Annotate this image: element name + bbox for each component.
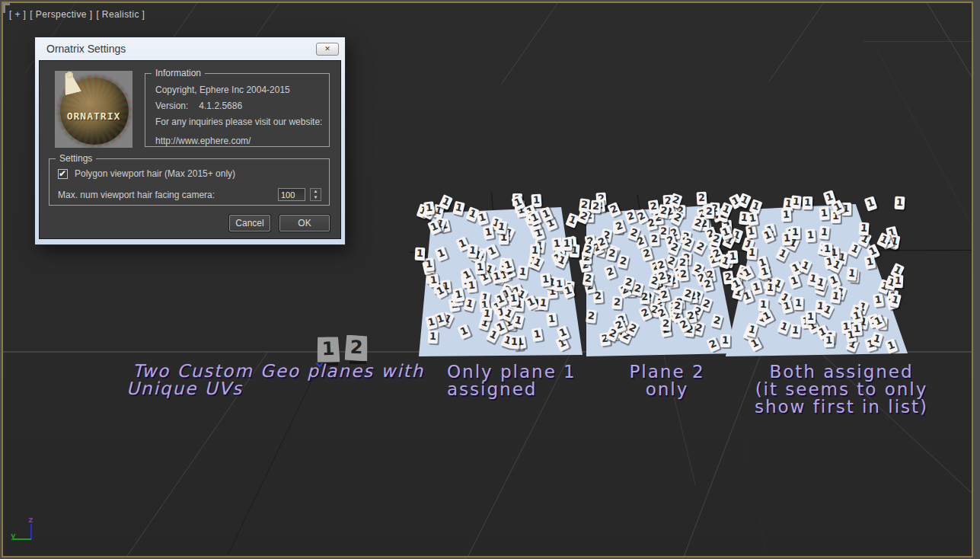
close-icon[interactable]: ✕ <box>316 43 339 56</box>
spin-down-icon[interactable]: ▼ <box>311 195 321 201</box>
copyright-text: Copyright, Ephere Inc 2004-2015 <box>155 85 290 95</box>
hair-strand: 1 <box>806 229 816 243</box>
hair-plane-3[interactable]: 1111111111111111111111111111111111111111… <box>722 201 908 356</box>
hair-strand: 1 <box>562 238 572 251</box>
viewport-shading-menu[interactable]: [ Realistic ] <box>96 9 145 20</box>
viewport-pov-menu[interactable]: [ Perspective ] <box>30 9 92 20</box>
hair-strand: 1 <box>474 260 485 274</box>
hair-strand: 1 <box>415 248 426 261</box>
settings-group: Settings Polygon viewport hair (Max 2015… <box>49 158 330 206</box>
hair-strand: 1 <box>790 324 801 337</box>
label-only-plane-1: Only plane 1 assigned <box>447 363 576 398</box>
hair-strand: 1 <box>719 202 733 218</box>
custom-geo-plane-1[interactable]: 1 <box>316 336 340 363</box>
hair-strand: 1 <box>538 296 549 310</box>
label-two-custom-geo: Two Custom Geo planes with Unique UVs <box>132 363 424 398</box>
hair-strand: 1 <box>859 222 870 236</box>
inquiries-text: For any inquiries please visit our websi… <box>155 117 322 127</box>
hair-strand: 1 <box>517 265 528 280</box>
z-axis-label: z <box>28 515 34 525</box>
hair-strand: 1 <box>793 297 803 310</box>
max-hair-label: Max. num viewport hair facing camera: <box>58 190 278 200</box>
hair-strand: 2 <box>678 268 689 282</box>
hair-strand: 1 <box>468 244 479 257</box>
hair-strand: 1 <box>452 288 464 302</box>
hair-strand: 2 <box>661 318 671 331</box>
hair-strand: 1 <box>823 334 834 348</box>
hair-strand: 2 <box>649 232 659 246</box>
hair-plane-1[interactable]: 1111111111111111111111111111111111111111… <box>419 207 583 356</box>
cancel-button[interactable]: Cancel <box>229 215 270 232</box>
tag-ring-graphic <box>66 72 73 78</box>
hair-strand: 1 <box>483 225 495 240</box>
polygon-viewport-hair-label: Polygon viewport hair (Max 2015+ only) <box>75 168 235 179</box>
label-plane-2-only: Plane 2 only <box>629 363 705 398</box>
hair-strand: 1 <box>790 226 800 239</box>
y-axis-label: y <box>11 531 16 541</box>
hair-plane-2[interactable]: 2222222222222222222222222222222222222222… <box>583 206 736 356</box>
hair-strand: 1 <box>509 336 520 350</box>
hair-strand: 2 <box>611 295 622 309</box>
hair-strand: 1 <box>481 308 493 321</box>
hair-strand: 2 <box>590 200 601 214</box>
hair-strand: 1 <box>466 279 477 292</box>
hair-strand: 1 <box>428 331 439 344</box>
hair-strand: 1 <box>765 281 777 295</box>
hair-strand: 2 <box>582 272 593 286</box>
hair-strand: 1 <box>746 246 757 260</box>
information-group-label: Information <box>152 68 205 78</box>
ornatrix-settings-dialog: Ornatrix Settings ✕ ORNATRIX Information… <box>35 37 345 244</box>
ornatrix-logo: ORNATRIX <box>55 71 132 148</box>
hair-strand: 1 <box>822 242 832 255</box>
z-axis-line <box>30 524 32 539</box>
hair-strand: 1 <box>423 202 435 216</box>
label-both-assigned: Both assigned (it seems to only show fir… <box>753 363 930 416</box>
hair-strand: 1 <box>893 274 904 288</box>
ok-button[interactable]: OK <box>279 215 330 232</box>
version-row: Version: 4.1.2.5686 <box>155 101 242 111</box>
hair-strand: 1 <box>873 293 884 308</box>
hair-strand: 1 <box>895 196 905 209</box>
hair-strand: 1 <box>745 225 757 239</box>
dialog-title: Ornatrix Settings <box>46 43 316 55</box>
hair-strand: 1 <box>819 206 830 220</box>
hair-strand: 1 <box>727 250 738 264</box>
hair-strand: 1 <box>819 226 830 240</box>
hair-strand: 1 <box>781 209 792 222</box>
version-label: Version: <box>155 101 188 111</box>
hair-strand: 2 <box>586 309 597 323</box>
max-hair-spinner[interactable]: ▲ ▼ <box>310 188 321 201</box>
hair-strand: 1 <box>508 292 519 305</box>
hair-strand: 1 <box>747 212 758 226</box>
hair-strand: 2 <box>697 192 707 206</box>
custom-geo-plane-2[interactable]: 2 <box>344 334 368 361</box>
perspective-viewport[interactable]: [ + ] [ Perspective ] [ Realistic ] 1111… <box>2 2 973 557</box>
hair-strand: 1 <box>846 267 857 280</box>
viewport-label: [ + ] [ Perspective ] [ Realistic ] <box>9 9 145 20</box>
hair-strand: 1 <box>720 334 730 347</box>
polygon-viewport-hair-checkbox[interactable] <box>58 169 68 179</box>
hair-strand: 1 <box>546 313 557 327</box>
hair-strand: 1 <box>423 257 435 271</box>
dialog-titlebar[interactable]: Ornatrix Settings ✕ <box>35 37 345 60</box>
spin-up-icon[interactable]: ▲ <box>311 189 321 195</box>
hair-strand: 1 <box>790 196 802 209</box>
hair-strand: 2 <box>672 299 683 313</box>
max-hair-input[interactable] <box>278 188 305 201</box>
information-group: Information Copyright, Ephere Inc 2004-2… <box>145 73 330 147</box>
world-axis-tripod: z y <box>12 513 58 548</box>
dialog-body: ORNATRIX Information Copyright, Ephere I… <box>39 60 341 239</box>
hair-strand: 1 <box>802 196 812 209</box>
hair-strand: 1 <box>540 273 551 287</box>
logo-wordmark: ORNATRIX <box>55 110 132 122</box>
website-url[interactable]: http://www.ephere.com/ <box>155 136 251 146</box>
version-value: 4.1.2.5686 <box>199 101 242 111</box>
hair-strand: 2 <box>704 205 715 218</box>
hair-strand: 1 <box>852 322 863 336</box>
hair-strand: 1 <box>806 311 816 324</box>
settings-group-label: Settings <box>56 153 96 164</box>
viewport-general-menu[interactable]: [ + ] <box>9 9 26 20</box>
